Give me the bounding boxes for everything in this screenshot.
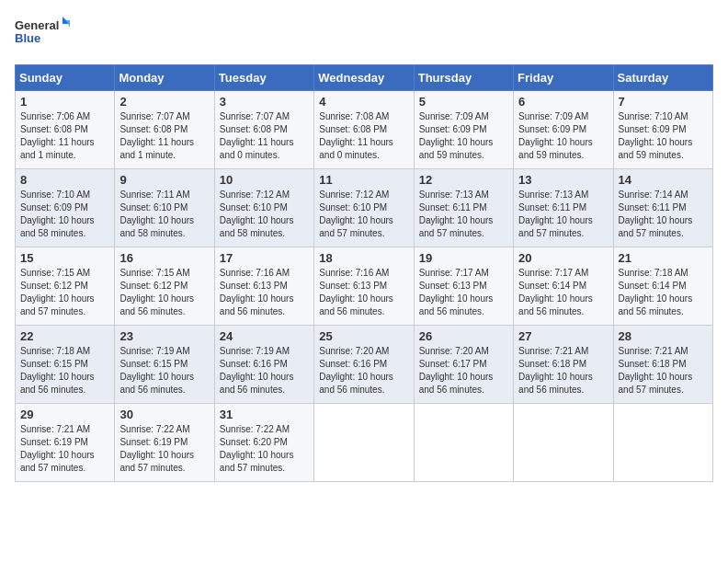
calendar-cell <box>613 404 712 482</box>
day-number: 7 <box>619 95 708 109</box>
calendar-cell: 25Sunrise: 7:20 AM Sunset: 6:16 PM Dayli… <box>314 326 414 404</box>
calendar-cell: 1Sunrise: 7:06 AM Sunset: 6:08 PM Daylig… <box>16 91 115 169</box>
calendar-header-saturday: Saturday <box>613 65 712 91</box>
calendar-week-4: 22Sunrise: 7:18 AM Sunset: 6:15 PM Dayli… <box>16 326 713 404</box>
day-info: Sunrise: 7:10 AM Sunset: 6:09 PM Dayligh… <box>619 110 708 162</box>
calendar-week-1: 1Sunrise: 7:06 AM Sunset: 6:08 PM Daylig… <box>16 91 713 169</box>
day-info: Sunrise: 7:07 AM Sunset: 6:08 PM Dayligh… <box>119 110 209 162</box>
day-info: Sunrise: 7:13 AM Sunset: 6:11 PM Dayligh… <box>518 189 608 240</box>
day-info: Sunrise: 7:20 AM Sunset: 6:17 PM Dayligh… <box>419 345 508 396</box>
day-number: 6 <box>518 95 608 109</box>
day-info: Sunrise: 7:06 AM Sunset: 6:08 PM Dayligh… <box>20 110 109 162</box>
calendar-cell: 18Sunrise: 7:16 AM Sunset: 6:13 PM Dayli… <box>314 247 414 326</box>
day-number: 4 <box>319 95 408 109</box>
calendar-cell: 22Sunrise: 7:18 AM Sunset: 6:15 PM Dayli… <box>16 326 115 404</box>
day-number: 11 <box>319 173 408 187</box>
calendar-header-sunday: Sunday <box>16 65 115 91</box>
calendar-cell: 29Sunrise: 7:21 AM Sunset: 6:19 PM Dayli… <box>16 404 115 482</box>
calendar-cell: 16Sunrise: 7:15 AM Sunset: 6:12 PM Dayli… <box>115 247 214 326</box>
day-info: Sunrise: 7:16 AM Sunset: 6:13 PM Dayligh… <box>220 267 309 318</box>
day-info: Sunrise: 7:09 AM Sunset: 6:09 PM Dayligh… <box>419 110 508 162</box>
calendar-cell: 26Sunrise: 7:20 AM Sunset: 6:17 PM Dayli… <box>414 326 513 404</box>
day-number: 18 <box>319 251 408 265</box>
day-number: 16 <box>119 251 209 265</box>
calendar-cell: 15Sunrise: 7:15 AM Sunset: 6:12 PM Dayli… <box>16 247 115 326</box>
day-info: Sunrise: 7:21 AM Sunset: 6:19 PM Dayligh… <box>20 423 109 475</box>
calendar-cell: 10Sunrise: 7:12 AM Sunset: 6:10 PM Dayli… <box>214 169 313 247</box>
day-info: Sunrise: 7:07 AM Sunset: 6:08 PM Dayligh… <box>220 110 309 162</box>
day-info: Sunrise: 7:17 AM Sunset: 6:14 PM Dayligh… <box>518 267 608 318</box>
day-number: 23 <box>119 329 209 343</box>
day-number: 15 <box>20 251 109 265</box>
day-number: 5 <box>419 95 508 109</box>
day-info: Sunrise: 7:15 AM Sunset: 6:12 PM Dayligh… <box>20 267 109 318</box>
logo: General Blue <box>15 15 70 55</box>
day-number: 8 <box>20 173 109 187</box>
calendar-header-friday: Friday <box>514 65 613 91</box>
calendar-header-monday: Monday <box>115 65 214 91</box>
calendar-cell: 7Sunrise: 7:10 AM Sunset: 6:09 PM Daylig… <box>613 91 712 169</box>
calendar-cell: 8Sunrise: 7:10 AM Sunset: 6:09 PM Daylig… <box>16 169 115 247</box>
day-info: Sunrise: 7:22 AM Sunset: 6:20 PM Dayligh… <box>220 423 309 475</box>
day-info: Sunrise: 7:15 AM Sunset: 6:12 PM Dayligh… <box>119 267 209 318</box>
calendar-cell: 23Sunrise: 7:19 AM Sunset: 6:15 PM Dayli… <box>115 326 214 404</box>
day-number: 22 <box>20 329 109 343</box>
calendar-cell: 13Sunrise: 7:13 AM Sunset: 6:11 PM Dayli… <box>514 169 613 247</box>
day-info: Sunrise: 7:10 AM Sunset: 6:09 PM Dayligh… <box>20 189 109 240</box>
day-info: Sunrise: 7:21 AM Sunset: 6:18 PM Dayligh… <box>518 345 608 396</box>
calendar-cell: 12Sunrise: 7:13 AM Sunset: 6:11 PM Dayli… <box>414 169 513 247</box>
day-info: Sunrise: 7:12 AM Sunset: 6:10 PM Dayligh… <box>220 189 309 240</box>
day-number: 20 <box>518 251 608 265</box>
logo-svg: General Blue <box>15 15 70 55</box>
calendar-cell: 2Sunrise: 7:07 AM Sunset: 6:08 PM Daylig… <box>115 91 214 169</box>
day-info: Sunrise: 7:20 AM Sunset: 6:16 PM Dayligh… <box>319 345 408 396</box>
day-info: Sunrise: 7:21 AM Sunset: 6:18 PM Dayligh… <box>619 345 708 396</box>
calendar-cell: 6Sunrise: 7:09 AM Sunset: 6:09 PM Daylig… <box>514 91 613 169</box>
day-info: Sunrise: 7:18 AM Sunset: 6:15 PM Dayligh… <box>20 345 109 396</box>
calendar-cell: 20Sunrise: 7:17 AM Sunset: 6:14 PM Dayli… <box>514 247 613 326</box>
day-number: 31 <box>220 408 309 421</box>
day-info: Sunrise: 7:11 AM Sunset: 6:10 PM Dayligh… <box>119 189 209 240</box>
calendar-cell: 30Sunrise: 7:22 AM Sunset: 6:19 PM Dayli… <box>115 404 214 482</box>
day-number: 30 <box>119 408 209 421</box>
calendar-cell: 14Sunrise: 7:14 AM Sunset: 6:11 PM Dayli… <box>613 169 712 247</box>
day-number: 1 <box>20 95 109 109</box>
day-number: 19 <box>419 251 508 265</box>
day-number: 17 <box>220 251 309 265</box>
calendar-cell <box>314 404 414 482</box>
day-number: 13 <box>518 173 608 187</box>
calendar-header-thursday: Thursday <box>414 65 513 91</box>
calendar-cell <box>414 404 513 482</box>
calendar-week-3: 15Sunrise: 7:15 AM Sunset: 6:12 PM Dayli… <box>16 247 713 326</box>
day-number: 27 <box>518 329 608 343</box>
calendar-cell: 19Sunrise: 7:17 AM Sunset: 6:13 PM Dayli… <box>414 247 513 326</box>
calendar-cell: 21Sunrise: 7:18 AM Sunset: 6:14 PM Dayli… <box>613 247 712 326</box>
calendar-cell <box>514 404 613 482</box>
svg-text:Blue: Blue <box>15 31 40 45</box>
day-info: Sunrise: 7:18 AM Sunset: 6:14 PM Dayligh… <box>619 267 708 318</box>
day-info: Sunrise: 7:22 AM Sunset: 6:19 PM Dayligh… <box>119 423 209 475</box>
day-number: 10 <box>220 173 309 187</box>
calendar-header-tuesday: Tuesday <box>214 65 313 91</box>
calendar-cell: 3Sunrise: 7:07 AM Sunset: 6:08 PM Daylig… <box>214 91 313 169</box>
day-info: Sunrise: 7:19 AM Sunset: 6:16 PM Dayligh… <box>220 345 309 396</box>
day-number: 3 <box>220 95 309 109</box>
page-header: General Blue <box>15 15 713 55</box>
day-number: 9 <box>119 173 209 187</box>
day-number: 14 <box>619 173 708 187</box>
calendar-cell: 28Sunrise: 7:21 AM Sunset: 6:18 PM Dayli… <box>613 326 712 404</box>
calendar-cell: 31Sunrise: 7:22 AM Sunset: 6:20 PM Dayli… <box>214 404 313 482</box>
calendar-header-row: SundayMondayTuesdayWednesdayThursdayFrid… <box>16 65 713 91</box>
calendar-cell: 27Sunrise: 7:21 AM Sunset: 6:18 PM Dayli… <box>514 326 613 404</box>
day-number: 25 <box>319 329 408 343</box>
day-info: Sunrise: 7:13 AM Sunset: 6:11 PM Dayligh… <box>419 189 508 240</box>
calendar-cell: 5Sunrise: 7:09 AM Sunset: 6:09 PM Daylig… <box>414 91 513 169</box>
svg-text:General: General <box>15 18 59 32</box>
calendar-table: SundayMondayTuesdayWednesdayThursdayFrid… <box>15 64 713 482</box>
day-info: Sunrise: 7:09 AM Sunset: 6:09 PM Dayligh… <box>518 110 608 162</box>
calendar-cell: 17Sunrise: 7:16 AM Sunset: 6:13 PM Dayli… <box>214 247 313 326</box>
day-number: 21 <box>619 251 708 265</box>
day-number: 12 <box>419 173 508 187</box>
calendar-week-5: 29Sunrise: 7:21 AM Sunset: 6:19 PM Dayli… <box>16 404 713 482</box>
day-info: Sunrise: 7:14 AM Sunset: 6:11 PM Dayligh… <box>619 189 708 240</box>
